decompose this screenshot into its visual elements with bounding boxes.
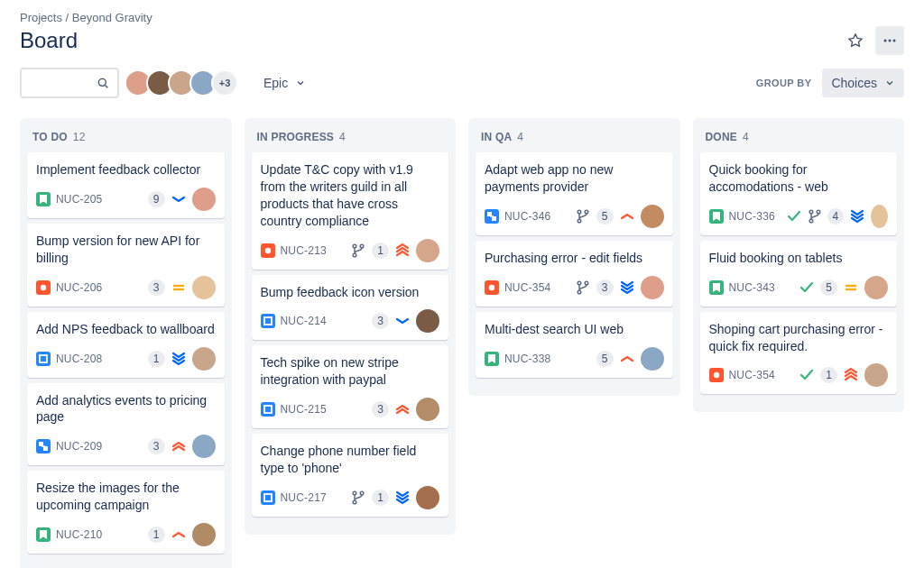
issue-key: NUC-217 bbox=[281, 491, 327, 504]
svg-point-11 bbox=[264, 247, 270, 252]
card[interactable]: Purchasing error - edit fieldsNUC-3543 bbox=[476, 241, 673, 307]
svg-point-31 bbox=[817, 210, 820, 214]
assignee-avatar[interactable] bbox=[192, 188, 216, 211]
card[interactable]: Update T&C copy with v1.9 from the write… bbox=[252, 152, 449, 270]
assignee-avatar[interactable] bbox=[192, 523, 216, 546]
issue-key: NUC-205 bbox=[56, 193, 102, 206]
chevron-down-icon bbox=[884, 78, 895, 88]
issue-key: NUC-354 bbox=[729, 369, 775, 381]
column-header: IN PROGRESS4 bbox=[250, 127, 451, 152]
estimate-badge: 1 bbox=[820, 367, 837, 383]
epic-filter[interactable]: Epic bbox=[256, 70, 313, 96]
svg-rect-16 bbox=[264, 406, 272, 413]
priority-high-single-icon bbox=[619, 351, 635, 367]
star-button[interactable] bbox=[841, 26, 870, 55]
card[interactable]: Change phone number field type to 'phone… bbox=[252, 434, 449, 517]
card[interactable]: Resize the images for the upcoming campa… bbox=[27, 471, 225, 554]
assignee-avatar[interactable] bbox=[416, 486, 439, 509]
assignee-avatar[interactable] bbox=[416, 309, 439, 333]
card[interactable]: Quick booking for accomodations - webNUC… bbox=[700, 152, 898, 235]
issue-key: NUC-206 bbox=[56, 281, 102, 294]
card[interactable]: Multi-dest search UI webNUC-3385 bbox=[476, 312, 673, 378]
assignee-avatar[interactable] bbox=[416, 239, 439, 262]
card[interactable]: Shoping cart purchasing error - quick fi… bbox=[700, 312, 898, 395]
assignee-avatar[interactable] bbox=[641, 276, 664, 299]
svg-point-19 bbox=[361, 491, 365, 495]
assignee-avatar[interactable] bbox=[871, 205, 888, 228]
branch-icon bbox=[350, 490, 366, 506]
card[interactable]: Add analytics events to pricing pageNUC-… bbox=[27, 383, 225, 466]
issuetype-task-icon bbox=[261, 490, 275, 505]
more-button[interactable] bbox=[875, 26, 904, 55]
card-title: Shoping cart purchasing error - quick fi… bbox=[709, 321, 889, 355]
groupby-label: GROUP BY bbox=[756, 78, 812, 88]
card-title: Update T&C copy with v1.9 from the write… bbox=[261, 161, 440, 230]
card-title: Multi-dest search UI web bbox=[485, 321, 664, 338]
issuetype-story-icon bbox=[709, 209, 724, 224]
card-title: Add NPS feedback to wallboard bbox=[36, 321, 216, 338]
priority-highest-icon bbox=[843, 367, 859, 383]
branch-icon bbox=[808, 208, 822, 224]
column: TO DO12Implement feedback collectorNUC-2… bbox=[20, 118, 232, 568]
card[interactable]: Fluid booking on tabletsNUC-3435 bbox=[700, 241, 898, 307]
priority-lowest-icon bbox=[849, 208, 865, 224]
svg-point-0 bbox=[884, 40, 887, 42]
priority-high-icon bbox=[394, 401, 411, 417]
svg-rect-17 bbox=[264, 494, 272, 501]
estimate-badge: 3 bbox=[148, 279, 165, 296]
issuetype-bug-icon bbox=[36, 280, 51, 295]
card[interactable]: Adapt web app no new payments providerNU… bbox=[476, 152, 673, 235]
assignee-avatar[interactable] bbox=[864, 276, 888, 299]
estimate-badge: 1 bbox=[372, 243, 389, 259]
branch-icon bbox=[575, 279, 591, 296]
issuetype-story-icon bbox=[709, 280, 724, 295]
assignee-avatar[interactable] bbox=[192, 347, 216, 371]
svg-line-4 bbox=[106, 86, 108, 88]
svg-point-28 bbox=[585, 281, 588, 285]
card-title: Bump feedback icon version bbox=[261, 284, 440, 301]
card[interactable]: Bump feedback icon versionNUC-2143 bbox=[252, 275, 449, 341]
svg-point-1 bbox=[889, 40, 892, 42]
assignee-avatar[interactable] bbox=[864, 363, 888, 387]
assignee-avatar[interactable] bbox=[192, 276, 216, 299]
groupby-select[interactable]: Choices bbox=[822, 69, 904, 97]
assignee-avatar[interactable] bbox=[416, 398, 439, 421]
issuetype-bug-icon bbox=[485, 280, 499, 295]
svg-point-24 bbox=[585, 210, 588, 214]
priority-high-single-icon bbox=[619, 208, 635, 224]
card[interactable]: Implement feedback collectorNUC-2059 bbox=[27, 152, 225, 218]
card-title: Quick booking for accomodations - web bbox=[709, 161, 889, 196]
svg-point-3 bbox=[98, 78, 106, 86]
estimate-badge: 3 bbox=[596, 279, 614, 296]
card[interactable]: Tech spike on new stripe integration wit… bbox=[252, 345, 449, 428]
priority-high-single-icon bbox=[171, 527, 187, 543]
issue-key: NUC-338 bbox=[504, 353, 550, 365]
issue-key: NUC-210 bbox=[56, 528, 102, 541]
estimate-badge: 1 bbox=[372, 490, 389, 506]
issue-key: NUC-209 bbox=[56, 440, 102, 453]
issuetype-task-icon bbox=[261, 402, 275, 417]
column: IN PROGRESS4Update T&C copy with v1.9 fr… bbox=[245, 118, 457, 535]
issuetype-story-icon bbox=[36, 527, 51, 542]
issue-key: NUC-354 bbox=[504, 281, 550, 294]
avatar-more[interactable]: +3 bbox=[211, 69, 238, 96]
priority-highest-icon bbox=[394, 243, 411, 259]
issue-key: NUC-346 bbox=[504, 210, 550, 223]
priority-lowest-icon bbox=[171, 351, 187, 367]
assignee-avatar[interactable] bbox=[641, 205, 664, 228]
issue-key: NUC-214 bbox=[281, 315, 327, 327]
issuetype-task-icon bbox=[36, 352, 51, 366]
issuetype-subtask-icon bbox=[485, 209, 499, 224]
card[interactable]: Bump version for new API for billingNUC-… bbox=[27, 224, 225, 307]
estimate-badge: 1 bbox=[148, 527, 165, 543]
issue-key: NUC-208 bbox=[56, 353, 102, 365]
branch-icon bbox=[350, 243, 366, 259]
svg-point-2 bbox=[893, 40, 896, 42]
breadcrumb-project[interactable]: Beyond Gravity bbox=[72, 11, 152, 24]
assignee-avatar[interactable] bbox=[641, 347, 664, 371]
breadcrumb-root[interactable]: Projects bbox=[20, 11, 62, 24]
assignee-avatar[interactable] bbox=[192, 435, 216, 458]
assignee-filter[interactable]: +3 bbox=[130, 69, 238, 96]
search-input[interactable] bbox=[20, 68, 119, 98]
card[interactable]: Add NPS feedback to wallboardNUC-2081 bbox=[27, 312, 225, 378]
